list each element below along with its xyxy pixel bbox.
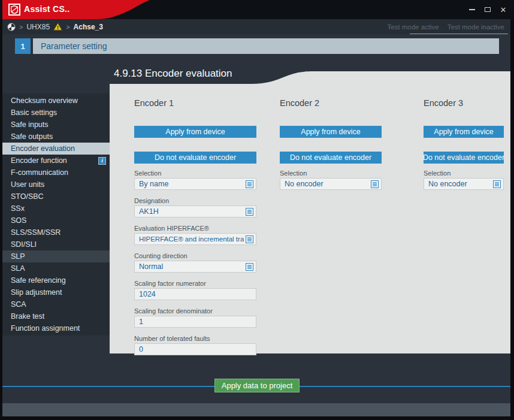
encoder-1-column: Encoder 1 Apply from device Do not evalu… xyxy=(134,84,256,353)
sidebar-item-safe-inputs[interactable]: Safe inputs xyxy=(2,119,110,131)
list-dropdown-icon[interactable] xyxy=(371,180,379,188)
window-body: > UHX85 ! > Achse_3 Test mode active Tes… xyxy=(2,19,510,416)
title-bar: Assist CS.. ✕ xyxy=(0,0,514,19)
list-dropdown-icon[interactable] xyxy=(493,180,501,188)
encoder-1-tolerated-faults-field: Number of tolerated faults xyxy=(134,335,256,355)
sidebar-item-safe-outputs[interactable]: Safe outputs xyxy=(2,131,110,143)
app-logo-icon xyxy=(8,4,20,16)
app-title: Assist CS.. xyxy=(24,4,69,14)
encoder-1-selection-field: Selection By name xyxy=(134,170,256,190)
sidebar-item-slip-adjustment[interactable]: Slip adjustment xyxy=(2,286,110,298)
sidebar-item-ssx[interactable]: SSx xyxy=(2,203,110,214)
encoder-1-scaling-numerator-field: Scaling factor numerator xyxy=(134,280,256,300)
breadcrumb-device[interactable]: UHX85 xyxy=(26,23,50,31)
project-icon[interactable] xyxy=(7,23,16,31)
encoder-1-designation-dropdown[interactable]: AK1H xyxy=(134,206,256,217)
step-number-badge: 1 xyxy=(15,38,31,54)
encoder-1-scaling-denominator-input[interactable] xyxy=(134,316,256,328)
encoder-1-designation-field: Designation AK1H xyxy=(134,197,256,217)
encoder-1-apply-from-device-button[interactable]: Apply from device xyxy=(134,126,256,138)
encoder-1-counting-direction-field: Counting direction Normal xyxy=(134,252,256,273)
encoder-3-do-not-evaluate-button[interactable]: Do not evaluate encoder xyxy=(424,152,504,164)
window-controls: ✕ xyxy=(467,0,508,19)
encoder-2-selection-dropdown[interactable]: No encoder xyxy=(280,178,382,190)
sidebar-item-encoder-evaluation[interactable]: Encoder evaluation xyxy=(2,143,110,155)
maximize-button[interactable] xyxy=(483,5,492,14)
encoder-1-scaling-numerator-input[interactable] xyxy=(134,288,256,300)
encoder-1-evaluation-hiperface-dropdown[interactable]: HIPERFACE® and incremental tracks xyxy=(134,233,256,245)
breadcrumb-bar: > UHX85 ! > Achse_3 Test mode active Tes… xyxy=(2,19,510,34)
sidebar-item-encoder-function[interactable]: Encoder function i xyxy=(2,155,110,167)
encoder-2-column: Encoder 2 Apply from device Do not evalu… xyxy=(280,84,382,353)
sidebar-item-sla[interactable]: SLA xyxy=(2,262,110,274)
encoder-3-selection-field: Selection No encoder xyxy=(424,170,504,190)
sidebar-item-sto-sbc[interactable]: STO/SBC xyxy=(2,191,110,203)
test-mode-inactive-link[interactable]: Test mode inactive xyxy=(448,23,504,31)
close-icon: ✕ xyxy=(500,6,507,14)
sidebar-item-sca[interactable]: SCA xyxy=(2,298,110,310)
app-window: Assist CS.. ✕ > UHX85 xyxy=(0,0,514,420)
encoder-2-do-not-evaluate-button[interactable]: Do not evaluate encoder xyxy=(280,152,382,164)
sidebar-item-user-units[interactable]: User units xyxy=(2,179,110,191)
step-label-bar: Parameter setting xyxy=(33,38,499,54)
list-dropdown-icon[interactable] xyxy=(246,235,253,243)
sidebar-item-f-communication[interactable]: F-communication xyxy=(2,167,110,179)
test-mode-links: Test mode active Test mode inactive xyxy=(383,19,508,34)
step-label: Parameter setting xyxy=(41,41,107,51)
sidebar-item-basic-settings[interactable]: Basic settings xyxy=(2,107,110,119)
encoder-1-selection-dropdown[interactable]: By name xyxy=(134,178,256,190)
encoder-1-scaling-denominator-field: Scaling factor denominator xyxy=(134,307,256,328)
sidebar-item-checksum-overview[interactable]: Checksum overview xyxy=(2,95,110,107)
warning-icon: ! xyxy=(53,23,62,31)
breadcrumb-separator: > xyxy=(19,23,23,31)
encoder-1-title: Encoder 1 xyxy=(134,98,256,110)
test-mode-active-link[interactable]: Test mode active xyxy=(387,23,439,31)
list-dropdown-icon[interactable] xyxy=(246,180,253,188)
breadcrumb: > UHX85 ! > Achse_3 xyxy=(7,19,103,34)
panel-swoosh xyxy=(110,71,510,84)
encoder-3-column: Encoder 3 Apply from device Do not evalu… xyxy=(424,84,504,353)
sidebar-item-safe-referencing[interactable]: Safe referencing xyxy=(2,274,110,286)
sidebar-item-brake-test[interactable]: Brake test xyxy=(2,310,110,322)
encoder-3-title: Encoder 3 xyxy=(424,98,504,110)
breadcrumb-axis[interactable]: Achse_3 xyxy=(74,23,103,31)
sidebar-item-sls-ssm-ssr[interactable]: SLS/SSM/SSR xyxy=(2,226,110,238)
list-dropdown-icon[interactable] xyxy=(246,263,253,271)
encoder-1-tolerated-faults-input[interactable] xyxy=(134,343,256,355)
maximize-icon xyxy=(485,7,491,12)
encoder-panel: Encoder 1 Apply from device Do not evalu… xyxy=(110,84,510,353)
test-mode-underline xyxy=(410,34,508,34)
encoder-1-evaluation-hiperface-field: Evaluation HIPERFACE® HIPERFACE® and inc… xyxy=(134,225,256,245)
minimize-button[interactable] xyxy=(467,5,477,14)
status-bar xyxy=(2,403,510,416)
encoder-1-counting-direction-dropdown[interactable]: Normal xyxy=(134,261,256,273)
svg-text:!: ! xyxy=(57,25,59,31)
encoder-2-apply-from-device-button[interactable]: Apply from device xyxy=(280,126,382,138)
close-button[interactable]: ✕ xyxy=(498,5,508,14)
sidebar-item-function-assignment[interactable]: Function assignment xyxy=(2,322,110,334)
encoder-1-do-not-evaluate-button[interactable]: Do not evaluate encoder xyxy=(134,152,256,164)
sidebar-item-sdi-sli[interactable]: SDI/SLI xyxy=(2,238,110,250)
minimize-icon xyxy=(469,9,475,10)
list-dropdown-icon[interactable] xyxy=(246,208,253,216)
encoder-2-selection-field: Selection No encoder xyxy=(280,170,382,190)
breadcrumb-separator: > xyxy=(66,23,69,31)
sidebar-nav: Checksum overview Basic settings Safe in… xyxy=(2,93,110,336)
encoder-3-selection-dropdown[interactable]: No encoder xyxy=(424,178,504,190)
sidebar-item-slp[interactable]: SLP xyxy=(2,250,110,262)
info-icon[interactable]: i xyxy=(98,157,106,165)
encoder-2-title: Encoder 2 xyxy=(280,98,382,110)
encoder-3-apply-from-device-button[interactable]: Apply from device xyxy=(424,126,504,138)
sidebar-item-sos[interactable]: SOS xyxy=(2,214,110,226)
apply-data-to-project-button[interactable]: Apply data to project xyxy=(214,379,300,392)
